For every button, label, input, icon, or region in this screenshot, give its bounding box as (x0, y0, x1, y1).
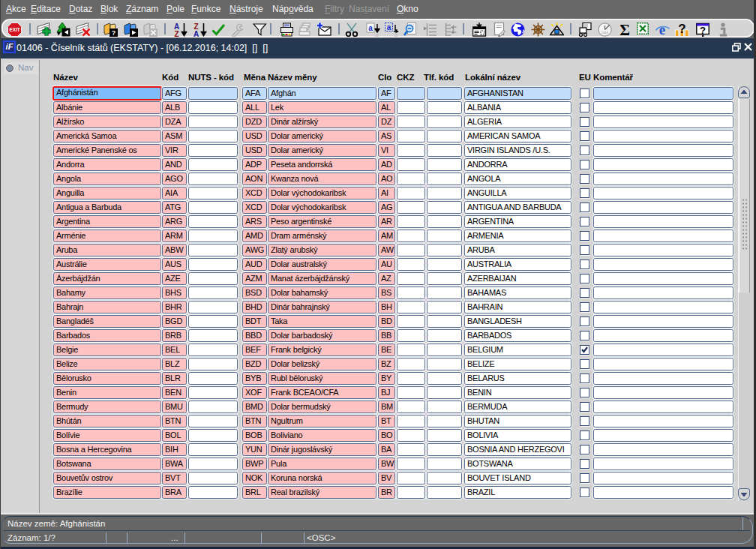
svg-text:?: ? (112, 29, 116, 37)
svg-text:e: e (659, 22, 665, 37)
svg-text:a: a (394, 32, 398, 38)
svg-text:A: A (194, 30, 199, 38)
svg-text:a: a (387, 23, 392, 32)
svg-text:?: ? (678, 22, 686, 36)
svg-text:a: a (368, 24, 373, 32)
svg-text:Z: Z (174, 30, 178, 38)
svg-text:Σ: Σ (620, 22, 630, 37)
svg-text:a: a (375, 32, 379, 38)
svg-text:?: ? (700, 25, 706, 36)
svg-text:1315: 1315 (602, 31, 609, 34)
svg-text:EXIT: EXIT (9, 27, 20, 32)
